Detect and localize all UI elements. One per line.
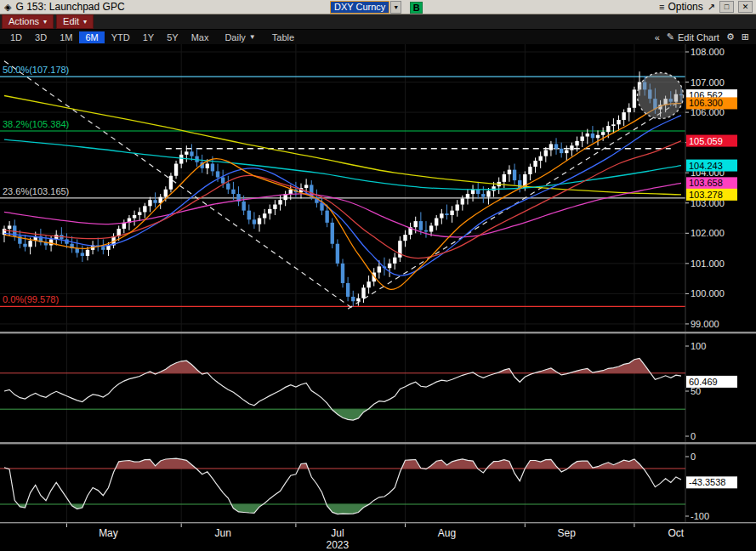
svg-text:105.059: 105.059 [689, 136, 723, 146]
titlebar-controls: ≡Options ↗ □ ✕ [659, 1, 753, 13]
svg-text:May: May [99, 527, 118, 539]
svg-text:Sep: Sep [558, 527, 577, 539]
chart-settings-icon[interactable]: ⚙ [726, 31, 735, 43]
popout-icon[interactable]: ↗ [708, 2, 715, 13]
svg-text:-43.3538: -43.3538 [689, 477, 725, 487]
tabbar-right: « ✎Edit Chart ⚙ ⊞ [655, 31, 752, 43]
chart-canvas[interactable]: 50.0%(107.178)38.2%(105.384)23.6%(103.16… [0, 44, 756, 551]
chevron-down-icon: ▼ [249, 33, 256, 41]
axis-badge-ma-magenta: 103.658 [686, 177, 737, 189]
axis-badge-ma-red: 105.059 [686, 135, 737, 147]
tab-1y[interactable]: 1Y [137, 31, 160, 43]
svg-text:106.300: 106.300 [689, 98, 723, 108]
svg-text:99.000: 99.000 [691, 319, 719, 329]
axis-badge-ma-cyan: 104.243 [686, 160, 737, 172]
svg-text:101.000: 101.000 [691, 258, 725, 269]
svg-text:107.000: 107.000 [691, 77, 725, 88]
highlight-circle [638, 73, 684, 119]
svg-text:Aug: Aug [438, 527, 456, 539]
svg-text:Jun: Jun [214, 527, 230, 539]
svg-text:0.0%(99.578): 0.0%(99.578) [3, 294, 59, 304]
b-button[interactable]: B [410, 2, 423, 14]
table-button[interactable]: Table [266, 31, 300, 43]
svg-text:100: 100 [691, 341, 706, 351]
maximize-button[interactable]: □ [719, 1, 734, 13]
axis-badge-ma-yellow: 103.278 [686, 189, 737, 201]
range-tabs: 1D3D1M6MYTD1Y5YMax [4, 31, 214, 43]
tab-max[interactable]: Max [185, 31, 215, 43]
tab-5y[interactable]: 5Y [161, 31, 184, 43]
svg-text:Oct: Oct [668, 527, 685, 539]
menu-icon: ≡ [659, 2, 664, 12]
svg-text:0: 0 [691, 431, 696, 441]
actions-menu[interactable]: Actions▾ [2, 14, 54, 29]
options-label: Options [668, 1, 702, 13]
svg-text:103.658: 103.658 [689, 178, 723, 188]
titlebar: ◈ G 153: Launchpad GPC DXY Curncy ▼ B ≡O… [0, 0, 756, 14]
axis-badge-: -43.3538 [686, 476, 737, 488]
svg-text:104.243: 104.243 [689, 161, 723, 171]
svg-text:38.2%(105.384): 38.2%(105.384) [3, 119, 69, 129]
collapse-icon[interactable]: « [655, 32, 660, 43]
svg-text:60.469: 60.469 [689, 377, 718, 387]
chevron-down-icon: ▾ [83, 16, 87, 27]
svg-text:103.278: 103.278 [689, 190, 723, 200]
tab-ytd[interactable]: YTD [105, 31, 136, 43]
edit-menu[interactable]: Edit▾ [56, 14, 94, 29]
security-dropdown-icon[interactable]: ▼ [390, 1, 401, 14]
tab-6m[interactable]: 6M [79, 31, 104, 43]
axis-badge-ma-orange: 106.300 [686, 97, 737, 109]
window-title: G 153: Launchpad GPC [15, 1, 124, 13]
svg-text:108.000: 108.000 [691, 47, 725, 57]
pencil-icon: ✎ [667, 31, 674, 43]
app-icon: ◈ [4, 2, 11, 13]
svg-text:-100: -100 [691, 511, 709, 521]
svg-text:102.000: 102.000 [691, 228, 725, 238]
svg-text:100.000: 100.000 [691, 288, 725, 298]
tab-1m[interactable]: 1M [54, 31, 78, 43]
edit-chart-button[interactable]: ✎Edit Chart [667, 31, 719, 43]
price-chart-svg[interactable]: 50.0%(107.178)38.2%(105.384)23.6%(103.16… [0, 44, 756, 551]
grid-icon[interactable]: ⊞ [742, 31, 749, 43]
axis-badge-: 60.469 [686, 376, 737, 388]
svg-text:2023: 2023 [327, 539, 350, 551]
menubar: Actions▾ Edit▾ [0, 14, 756, 30]
svg-text:Jul: Jul [331, 527, 344, 539]
tab-3d[interactable]: 3D [29, 31, 53, 43]
range-tabbar: 1D3D1M6MYTD1Y5YMax Daily▼ Table « ✎Edit … [0, 30, 756, 44]
options-button[interactable]: ≡Options [659, 1, 703, 13]
chevron-down-icon: ▾ [43, 16, 47, 27]
close-button[interactable]: ✕ [738, 1, 753, 13]
security-group: DXY Curncy ▼ B [330, 1, 423, 14]
tab-1d[interactable]: 1D [4, 31, 28, 43]
interval-dropdown[interactable]: Daily▼ [219, 31, 261, 43]
svg-text:23.6%(103.165): 23.6%(103.165) [3, 186, 69, 196]
security-input[interactable]: DXY Curncy [330, 1, 389, 14]
svg-text:0: 0 [691, 452, 696, 462]
